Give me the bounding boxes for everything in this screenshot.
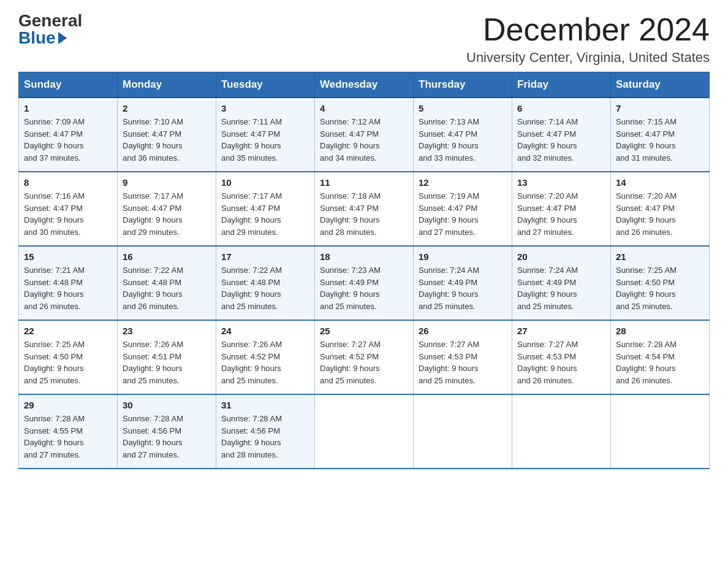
day-info: Sunrise: 7:28 AMSunset: 4:54 PMDaylight:…: [616, 339, 704, 386]
day-of-week-header: Monday: [118, 72, 216, 98]
calendar-day-cell: 8Sunrise: 7:16 AMSunset: 4:47 PMDaylight…: [19, 172, 118, 246]
day-number: 8: [24, 177, 112, 188]
calendar-day-cell: 29Sunrise: 7:28 AMSunset: 4:55 PMDayligh…: [19, 394, 118, 469]
calendar-day-cell: 17Sunrise: 7:22 AMSunset: 4:48 PMDayligh…: [216, 246, 315, 320]
calendar-day-cell: 21Sunrise: 7:25 AMSunset: 4:50 PMDayligh…: [611, 246, 710, 320]
day-info: Sunrise: 7:27 AMSunset: 4:53 PMDaylight:…: [517, 339, 605, 386]
day-number: 30: [123, 400, 211, 410]
empty-cell: [512, 394, 611, 469]
day-info: Sunrise: 7:14 AMSunset: 4:47 PMDaylight:…: [517, 116, 605, 164]
calendar-table: SundayMondayTuesdayWednesdayThursdayFrid…: [18, 72, 710, 469]
day-info: Sunrise: 7:11 AMSunset: 4:47 PMDaylight:…: [221, 116, 309, 164]
day-number: 5: [419, 103, 507, 113]
empty-cell: [611, 394, 710, 469]
day-info: Sunrise: 7:16 AMSunset: 4:47 PMDaylight:…: [24, 190, 112, 238]
day-info: Sunrise: 7:20 AMSunset: 4:47 PMDaylight:…: [517, 190, 605, 238]
day-number: 7: [616, 103, 704, 113]
day-info: Sunrise: 7:21 AMSunset: 4:48 PMDaylight:…: [24, 264, 112, 312]
day-number: 22: [24, 326, 112, 336]
day-info: Sunrise: 7:25 AMSunset: 4:50 PMDaylight:…: [24, 339, 112, 386]
calendar-day-cell: 13Sunrise: 7:20 AMSunset: 4:47 PMDayligh…: [512, 172, 611, 246]
calendar-day-cell: 24Sunrise: 7:26 AMSunset: 4:52 PMDayligh…: [216, 320, 315, 394]
day-info: Sunrise: 7:24 AMSunset: 4:49 PMDaylight:…: [419, 264, 507, 312]
calendar-day-cell: 6Sunrise: 7:14 AMSunset: 4:47 PMDaylight…: [512, 98, 611, 172]
calendar-day-cell: 28Sunrise: 7:28 AMSunset: 4:54 PMDayligh…: [611, 320, 710, 394]
day-info: Sunrise: 7:26 AMSunset: 4:51 PMDaylight:…: [123, 339, 211, 386]
day-number: 4: [320, 103, 408, 113]
day-of-week-header: Saturday: [611, 72, 710, 98]
day-of-week-header: Tuesday: [216, 72, 315, 98]
empty-cell: [315, 394, 414, 469]
day-number: 21: [616, 251, 704, 262]
day-info: Sunrise: 7:17 AMSunset: 4:47 PMDaylight:…: [123, 190, 211, 238]
logo-arrow-icon: [58, 32, 67, 44]
day-info: Sunrise: 7:18 AMSunset: 4:47 PMDaylight:…: [320, 190, 408, 238]
calendar-day-cell: 12Sunrise: 7:19 AMSunset: 4:47 PMDayligh…: [414, 172, 512, 246]
day-info: Sunrise: 7:17 AMSunset: 4:47 PMDaylight:…: [221, 190, 309, 238]
day-info: Sunrise: 7:24 AMSunset: 4:49 PMDaylight:…: [517, 264, 605, 312]
day-number: 6: [517, 103, 605, 113]
calendar-day-cell: 20Sunrise: 7:24 AMSunset: 4:49 PMDayligh…: [512, 246, 611, 320]
day-number: 2: [123, 103, 211, 113]
day-number: 1: [24, 103, 112, 113]
calendar-week-row: 22Sunrise: 7:25 AMSunset: 4:50 PMDayligh…: [19, 320, 710, 394]
logo-blue-text: Blue: [18, 29, 67, 47]
day-info: Sunrise: 7:28 AMSunset: 4:56 PMDaylight:…: [123, 413, 211, 461]
calendar-day-cell: 26Sunrise: 7:27 AMSunset: 4:53 PMDayligh…: [414, 320, 512, 394]
page-header: General Blue December 2024 University Ce…: [18, 12, 710, 66]
calendar-day-cell: 1Sunrise: 7:09 AMSunset: 4:47 PMDaylight…: [19, 98, 118, 172]
day-number: 31: [221, 400, 309, 410]
day-number: 17: [221, 251, 309, 262]
day-number: 23: [123, 326, 211, 336]
calendar-day-cell: 19Sunrise: 7:24 AMSunset: 4:49 PMDayligh…: [414, 246, 512, 320]
day-number: 15: [24, 251, 112, 262]
day-number: 19: [419, 251, 507, 262]
calendar-day-cell: 27Sunrise: 7:27 AMSunset: 4:53 PMDayligh…: [512, 320, 611, 394]
day-info: Sunrise: 7:09 AMSunset: 4:47 PMDaylight:…: [24, 116, 112, 164]
day-info: Sunrise: 7:28 AMSunset: 4:56 PMDaylight:…: [221, 413, 309, 461]
calendar-day-cell: 10Sunrise: 7:17 AMSunset: 4:47 PMDayligh…: [216, 172, 315, 246]
day-of-week-header: Friday: [512, 72, 611, 98]
day-number: 12: [419, 177, 507, 188]
calendar-day-cell: 30Sunrise: 7:28 AMSunset: 4:56 PMDayligh…: [118, 394, 216, 469]
day-number: 3: [221, 103, 309, 113]
day-number: 9: [123, 177, 211, 188]
day-info: Sunrise: 7:15 AMSunset: 4:47 PMDaylight:…: [616, 116, 704, 164]
calendar-day-cell: 9Sunrise: 7:17 AMSunset: 4:47 PMDaylight…: [118, 172, 216, 246]
day-of-week-header: Wednesday: [315, 72, 414, 98]
day-info: Sunrise: 7:26 AMSunset: 4:52 PMDaylight:…: [221, 339, 309, 386]
day-number: 14: [616, 177, 704, 188]
calendar-day-cell: 11Sunrise: 7:18 AMSunset: 4:47 PMDayligh…: [315, 172, 414, 246]
calendar-day-cell: 23Sunrise: 7:26 AMSunset: 4:51 PMDayligh…: [118, 320, 216, 394]
calendar-day-cell: 2Sunrise: 7:10 AMSunset: 4:47 PMDaylight…: [118, 98, 216, 172]
day-number: 28: [616, 326, 704, 336]
title-block: December 2024 University Center, Virgini…: [466, 12, 710, 66]
logo-general-text: General: [18, 12, 82, 29]
day-number: 25: [320, 326, 408, 336]
month-title: December 2024: [466, 12, 710, 47]
day-info: Sunrise: 7:27 AMSunset: 4:53 PMDaylight:…: [419, 339, 507, 386]
calendar-week-row: 1Sunrise: 7:09 AMSunset: 4:47 PMDaylight…: [19, 98, 710, 172]
logo: General Blue: [18, 12, 82, 47]
calendar-day-cell: 3Sunrise: 7:11 AMSunset: 4:47 PMDaylight…: [216, 98, 315, 172]
calendar-day-cell: 5Sunrise: 7:13 AMSunset: 4:47 PMDaylight…: [414, 98, 512, 172]
day-info: Sunrise: 7:22 AMSunset: 4:48 PMDaylight:…: [123, 264, 211, 312]
day-info: Sunrise: 7:28 AMSunset: 4:55 PMDaylight:…: [24, 413, 112, 461]
day-info: Sunrise: 7:23 AMSunset: 4:49 PMDaylight:…: [320, 264, 408, 312]
day-number: 18: [320, 251, 408, 262]
day-info: Sunrise: 7:19 AMSunset: 4:47 PMDaylight:…: [419, 190, 507, 238]
day-number: 26: [419, 326, 507, 336]
day-info: Sunrise: 7:22 AMSunset: 4:48 PMDaylight:…: [221, 264, 309, 312]
calendar-day-cell: 31Sunrise: 7:28 AMSunset: 4:56 PMDayligh…: [216, 394, 315, 469]
calendar-week-row: 15Sunrise: 7:21 AMSunset: 4:48 PMDayligh…: [19, 246, 710, 320]
calendar-header-row: SundayMondayTuesdayWednesdayThursdayFrid…: [19, 72, 710, 98]
calendar-day-cell: 25Sunrise: 7:27 AMSunset: 4:52 PMDayligh…: [315, 320, 414, 394]
day-info: Sunrise: 7:27 AMSunset: 4:52 PMDaylight:…: [320, 339, 408, 386]
calendar-day-cell: 14Sunrise: 7:20 AMSunset: 4:47 PMDayligh…: [611, 172, 710, 246]
empty-cell: [414, 394, 512, 469]
day-number: 24: [221, 326, 309, 336]
day-info: Sunrise: 7:10 AMSunset: 4:47 PMDaylight:…: [123, 116, 211, 164]
calendar-day-cell: 16Sunrise: 7:22 AMSunset: 4:48 PMDayligh…: [118, 246, 216, 320]
day-number: 11: [320, 177, 408, 188]
day-number: 10: [221, 177, 309, 188]
